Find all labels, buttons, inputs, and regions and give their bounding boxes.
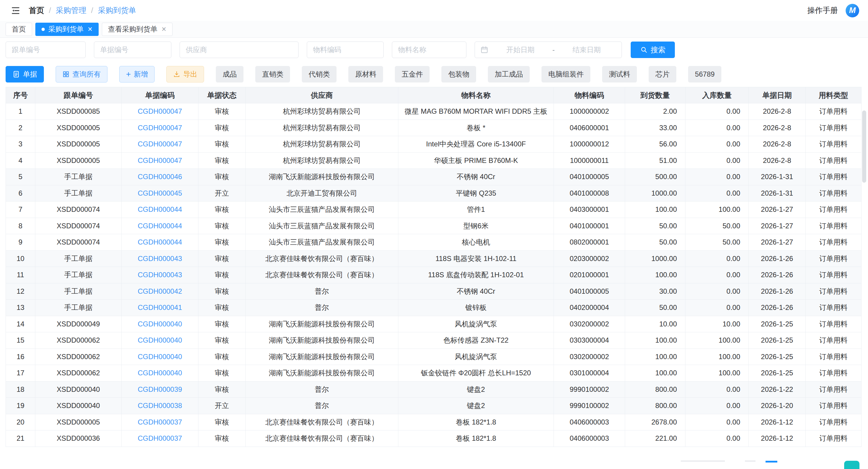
breadcrumb-item-purchase-mgmt[interactable]: 采购管理: [56, 5, 86, 16]
add-button[interactable]: + 新增: [119, 66, 155, 83]
user-avatar[interactable]: M: [846, 4, 859, 18]
category-filter-button[interactable]: 五金件: [395, 66, 430, 83]
vertical-scrollbar-thumb[interactable]: [862, 111, 866, 183]
doc-no-link[interactable]: CGDH000045: [138, 189, 182, 197]
col-order-no: 跟单编号: [35, 87, 122, 104]
doc-no-link[interactable]: CGDH000040: [138, 320, 182, 328]
date-range-picker[interactable]: 开始日期 - 结束日期: [475, 41, 622, 58]
tab-purchase-arrival[interactable]: 采购到货单 ×: [35, 23, 99, 36]
cell-material-name: 卷板 182*1.8: [398, 414, 554, 431]
cell-doc-date: 2026-1-26: [749, 300, 806, 316]
cell-doc-no: CGDH000042: [122, 283, 198, 300]
material-name-input[interactable]: [392, 41, 466, 58]
doc-no-link[interactable]: CGDH000040: [138, 369, 182, 377]
doc-no-link[interactable]: CGDH000046: [138, 173, 182, 181]
document-button[interactable]: 单据: [6, 66, 44, 83]
cell-supplier: 湖南飞沃新能源科技股份有限公司: [246, 332, 398, 349]
pagination-page-button[interactable]: [745, 461, 755, 469]
tab-view-purchase-arrival[interactable]: 查看采购到货单 ×: [102, 23, 173, 36]
tab-home[interactable]: 首页: [6, 23, 32, 36]
cell-doc-no: CGDH000047: [122, 104, 198, 120]
doc-no-link[interactable]: CGDH000038: [138, 402, 182, 410]
cell-supplier: 杭州彩球坊贸易有限公司: [246, 104, 398, 120]
breadcrumb-item-current[interactable]: 采购到货单: [98, 5, 136, 16]
cell-supplier: 汕头市三辰蓝猫产品发展有限公司: [246, 234, 398, 251]
cell-arrival-qty: 100.00: [625, 365, 685, 381]
cell-supplier: 北京赛佳味餐饮有限公司（赛百味）: [246, 251, 398, 267]
category-filter-button[interactable]: 包装物: [441, 66, 476, 83]
doc-no-link[interactable]: CGDH000047: [138, 124, 182, 132]
doc-no-link[interactable]: CGDH000047: [138, 107, 182, 115]
operation-manual-link[interactable]: 操作手册: [807, 5, 838, 16]
export-button[interactable]: 导出: [166, 66, 204, 83]
table-row: 18 XSDD000040 CGDH000039 审核 普尔 键盘2 99901…: [6, 381, 862, 398]
search-button[interactable]: 搜索: [631, 41, 675, 58]
cell-doc-no: CGDH000047: [122, 152, 198, 169]
cell-inbound-qty: 0.00: [685, 251, 749, 267]
cell-material-type: 订单用料: [806, 381, 862, 398]
category-filter-button[interactable]: 原材料: [348, 66, 383, 83]
doc-no-input[interactable]: [94, 41, 172, 58]
cell-supplier: 湖南飞沃新能源科技股份有限公司: [246, 365, 398, 381]
category-filter-button[interactable]: 测试料: [602, 66, 637, 83]
cell-seq: 4: [6, 152, 35, 169]
query-all-label: 查询所有: [72, 69, 101, 79]
cell-arrival-qty: 2678.00: [625, 414, 685, 431]
cell-doc-no: CGDH000040: [122, 365, 198, 381]
doc-no-link[interactable]: CGDH000042: [138, 287, 182, 295]
category-filter-button[interactable]: 电脑组装件: [541, 66, 590, 83]
cell-arrival-qty: 10.00: [625, 316, 685, 332]
pagination-go-button[interactable]: [844, 461, 860, 469]
cell-arrival-qty: 30.00: [625, 283, 685, 300]
cell-material-type: 订单用料: [806, 316, 862, 332]
doc-no-link[interactable]: CGDH000037: [138, 434, 182, 442]
doc-no-link[interactable]: CGDH000043: [138, 255, 182, 263]
category-filter-button[interactable]: 直销类: [255, 66, 290, 83]
cell-seq: 18: [6, 381, 35, 398]
order-no-input[interactable]: [6, 41, 86, 58]
tab-close-icon[interactable]: ×: [88, 25, 92, 33]
doc-no-link[interactable]: CGDH000047: [138, 156, 182, 165]
cell-doc-date: 2026-1-25: [749, 332, 806, 349]
cell-status: 审核: [198, 365, 246, 381]
cell-doc-date: 2026-1-12: [749, 431, 806, 447]
category-filter-button[interactable]: 代销类: [302, 66, 337, 83]
menu-collapse-icon[interactable]: [9, 4, 22, 18]
doc-no-link[interactable]: CGDH000044: [138, 222, 182, 230]
doc-no-link[interactable]: CGDH000044: [138, 205, 182, 213]
doc-no-link[interactable]: CGDH000040: [138, 336, 182, 344]
cell-material-type: 订单用料: [806, 120, 862, 136]
cell-material-name: 核心电机: [398, 234, 554, 251]
tab-close-icon[interactable]: ×: [162, 25, 166, 33]
tab-label: 首页: [12, 25, 26, 34]
cell-material-code: 0403000001: [554, 202, 625, 218]
category-filter-button[interactable]: 成品: [216, 66, 244, 83]
cell-order-no: XSDD000085: [35, 104, 122, 120]
doc-no-link[interactable]: CGDH000041: [138, 303, 182, 312]
doc-no-link[interactable]: CGDH000043: [138, 271, 182, 279]
cell-seq: 1: [6, 104, 35, 120]
category-filter-button[interactable]: 加工成品: [488, 66, 530, 83]
date-end-placeholder: 结束日期: [557, 45, 616, 55]
doc-no-link[interactable]: CGDH000047: [138, 140, 182, 148]
cell-order-no: XSDD000005: [35, 152, 122, 169]
doc-no-link[interactable]: CGDH000040: [138, 353, 182, 360]
doc-no-link[interactable]: CGDH000037: [138, 418, 182, 426]
category-filter-button[interactable]: 56789: [688, 66, 721, 83]
category-filter-button[interactable]: 芯片: [649, 66, 676, 83]
material-code-input[interactable]: [307, 41, 384, 58]
doc-no-link[interactable]: CGDH000044: [138, 238, 182, 246]
pagination-size-select[interactable]: [681, 461, 725, 469]
cell-material-name: 平键钢 Q235: [398, 185, 554, 202]
pagination-active-page[interactable]: [766, 461, 777, 469]
cell-material-name: 不锈钢 40Cr: [398, 169, 554, 185]
cell-material-type: 订单用料: [806, 414, 862, 431]
breadcrumb-item-home[interactable]: 首页: [29, 5, 44, 16]
cell-material-name: 卷板 *: [398, 120, 554, 136]
table-row: 15 XSDD000062 CGDH000040 审核 湖南飞沃新能源科技股份有…: [6, 332, 862, 349]
doc-no-link[interactable]: CGDH000039: [138, 385, 182, 393]
col-arrival-qty: 到货数量: [625, 87, 685, 104]
supplier-input[interactable]: [180, 41, 299, 58]
cell-status: 审核: [198, 136, 246, 153]
query-all-button[interactable]: 查询所有: [56, 66, 107, 83]
